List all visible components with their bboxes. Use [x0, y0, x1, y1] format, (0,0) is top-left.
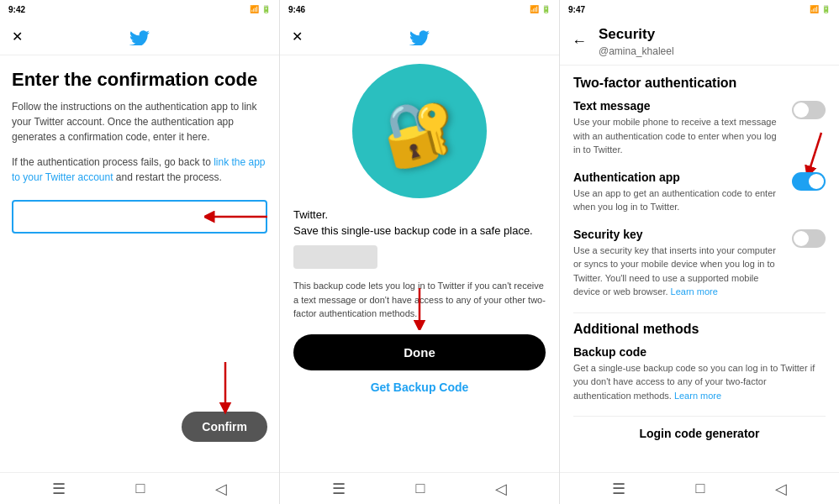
twitter-logo-2 [409, 29, 430, 45]
square-icon-2[interactable]: □ [416, 480, 425, 497]
wifi-icon-1: 📶 [250, 5, 259, 13]
back-icon-1[interactable]: ◁ [215, 480, 227, 498]
arrow-to-confirm [208, 358, 242, 417]
auth-app-desc: Use an app to get an authentication code… [573, 186, 784, 214]
bottom-nav-2: ☰ □ ◁ [280, 472, 559, 504]
back-icon-2[interactable]: ◁ [495, 480, 507, 498]
wifi-icon-2: 📶 [530, 5, 539, 13]
panel1-main-content: Enter the confirmation code Follow the i… [0, 55, 279, 472]
lock-illustration: 🔐 [352, 64, 487, 198]
panel2-text-area: Twitter. Save this single-use backup cod… [293, 208, 546, 334]
additional-methods-title: Additional methods [573, 322, 826, 337]
confirm-button-area: Confirm [12, 412, 267, 459]
backup-code-title: Backup code [573, 345, 826, 359]
hamburger-icon-3[interactable]: ☰ [612, 480, 625, 498]
battery-icon-3: 🔋 [821, 5, 831, 13]
status-bar-3: 9:47 📶 🔋 [560, 0, 839, 18]
lock-icon: 🔐 [374, 87, 466, 175]
security-title-block: Security @amina_khaleel [599, 26, 674, 58]
text-message-item: Text message Use your mobile phone to re… [573, 99, 826, 157]
security-key-learn-more[interactable]: Learn more [671, 286, 718, 297]
backup-code-display [293, 245, 377, 269]
back-icon-3[interactable]: ◁ [775, 480, 787, 498]
backup-code-item: Backup code Get a single-use backup code… [573, 345, 826, 403]
link-text-1: If the authentication process fails, go … [12, 155, 267, 185]
backup-desc-text: This backup code lets you log in to Twit… [293, 279, 546, 321]
square-icon-1[interactable]: □ [136, 480, 145, 497]
security-key-title: Security key [573, 228, 784, 241]
link-post: and restart the process. [113, 171, 222, 183]
page-title-1: Enter the confirmation code [12, 69, 267, 91]
get-backup-code-button[interactable]: Get Backup Code [371, 381, 469, 394]
input-wrapper [12, 200, 267, 234]
security-key-text: Security key Use a security key that ins… [573, 228, 784, 299]
status-icons-1: 📶 🔋 [250, 5, 271, 13]
top-nav-2: ✕ [280, 18, 559, 55]
status-icons-2: 📶 🔋 [530, 5, 551, 13]
security-key-toggle[interactable] [792, 229, 826, 248]
status-bar-2: 9:46 📶 🔋 [280, 0, 559, 18]
text-message-text: Text message Use your mobile phone to re… [573, 99, 784, 157]
hamburger-icon-1[interactable]: ☰ [52, 480, 66, 498]
status-bar-1: 9:42 📶 🔋 [0, 0, 279, 18]
done-button[interactable]: Done [293, 334, 546, 370]
battery-icon-1: 🔋 [261, 5, 271, 13]
twitter-logo-1 [129, 29, 150, 45]
text-message-toggle[interactable] [792, 101, 826, 119]
done-button-area: Done Get Backup Code [293, 334, 546, 394]
close-button-2[interactable]: ✕ [292, 29, 303, 45]
panel-confirmation-code: 9:42 📶 🔋 ✕ Enter the confirmation code F… [0, 0, 280, 504]
section-divider [573, 312, 826, 313]
auth-app-text: Authentication app Use an app to get an … [573, 171, 784, 214]
square-icon-3[interactable]: □ [696, 480, 705, 497]
text-message-title: Text message [573, 99, 784, 113]
security-nav: ← Security @amina_khaleel [560, 18, 839, 66]
panel-security: 9:47 📶 🔋 ← Security @amina_khaleel Two-f… [560, 0, 839, 504]
two-factor-section-title: Two-factor authentication [573, 76, 826, 91]
confirm-button[interactable]: Confirm [182, 412, 267, 442]
description-text-1: Follow the instructions on the authentic… [12, 99, 267, 144]
backup-code-learn-more[interactable]: Learn more [674, 391, 721, 401]
security-key-desc: Use a security key that inserts into you… [573, 244, 784, 299]
auth-app-toggle[interactable] [792, 172, 826, 191]
security-page-title: Security [599, 26, 674, 43]
link-pre: If the authentication process fails, go … [12, 156, 214, 168]
bottom-nav-1: ☰ □ ◁ [0, 472, 279, 504]
close-button-1[interactable]: ✕ [12, 29, 23, 45]
auth-app-item: Authentication app Use an app to get an … [573, 171, 826, 214]
back-button[interactable]: ← [572, 33, 587, 50]
auth-app-title: Authentication app [573, 171, 784, 184]
panel2-main-content: 🔐 Twitter. Save this single-use backup c… [280, 55, 559, 472]
auth-toggle-wrapper [792, 171, 826, 191]
security-key-item: Security key Use a security key that ins… [573, 228, 826, 299]
top-nav-1: ✕ [0, 18, 279, 55]
confirmation-code-input[interactable] [12, 200, 267, 234]
status-time-3: 9:47 [568, 5, 585, 14]
status-time-1: 9:42 [8, 5, 25, 14]
status-time-2: 9:46 [288, 5, 305, 14]
backup-code-text: Backup code Get a single-use backup code… [573, 345, 826, 403]
time-3: 9:47 [568, 5, 585, 14]
time-2: 9:46 [288, 5, 305, 14]
wifi-icon-3: 📶 [810, 5, 819, 13]
text-message-desc: Use your mobile phone to receive a text … [573, 115, 784, 157]
save-backup-text: Save this single-use backup code in a sa… [293, 224, 546, 237]
battery-icon-2: 🔋 [541, 5, 551, 13]
security-username: @amina_khaleel [599, 45, 674, 57]
backup-code-desc: Get a single-use backup code so you can … [573, 361, 826, 403]
time-1: 9:42 [8, 5, 25, 14]
hamburger-icon-2[interactable]: ☰ [332, 480, 346, 498]
status-icons-3: 📶 🔋 [810, 5, 831, 13]
security-content: Two-factor authentication Text message U… [560, 66, 839, 472]
twitter-label: Twitter. [293, 208, 546, 221]
bottom-nav-3: ☰ □ ◁ [560, 472, 839, 504]
panel-backup-code: 9:46 📶 🔋 ✕ 🔐 Twitter. Save this single-u… [280, 0, 560, 504]
login-code-generator-item[interactable]: Login code generator [573, 416, 826, 450]
